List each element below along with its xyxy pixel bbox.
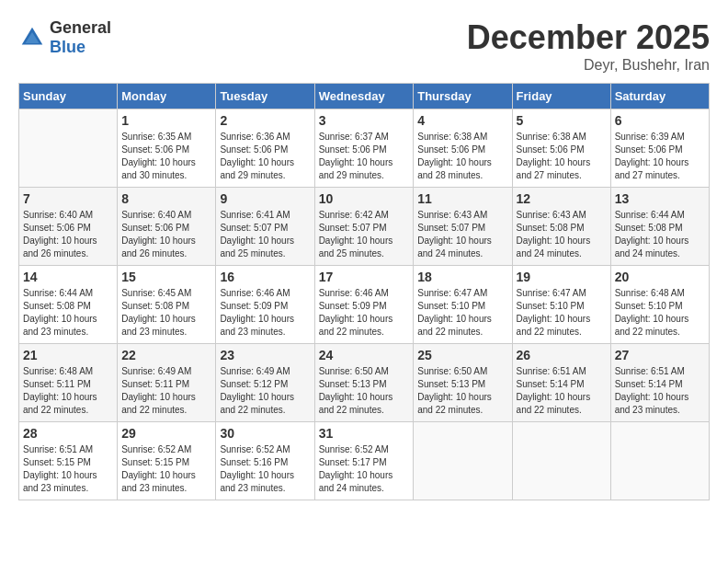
calendar-cell: 9Sunrise: 6:41 AMSunset: 5:07 PMDaylight… (216, 188, 314, 266)
day-info: Sunrise: 6:45 AMSunset: 5:08 PMDaylight:… (121, 287, 211, 339)
day-info: Sunrise: 6:44 AMSunset: 5:08 PMDaylight:… (23, 287, 113, 339)
day-number: 29 (121, 426, 211, 441)
day-info: Sunrise: 6:36 AMSunset: 5:06 PMDaylight:… (220, 131, 310, 182)
day-info: Sunrise: 6:49 AMSunset: 5:12 PMDaylight:… (220, 365, 310, 417)
calendar-cell: 17Sunrise: 6:46 AMSunset: 5:09 PMDayligh… (314, 266, 414, 344)
day-info: Sunrise: 6:48 AMSunset: 5:10 PMDaylight:… (615, 287, 705, 339)
calendar-row-3: 14Sunrise: 6:44 AMSunset: 5:08 PMDayligh… (19, 266, 710, 344)
day-info: Sunrise: 6:46 AMSunset: 5:09 PMDaylight:… (220, 287, 310, 339)
day-info: Sunrise: 6:38 AMSunset: 5:06 PMDaylight:… (417, 131, 507, 182)
day-number: 7 (23, 191, 113, 206)
calendar-row-2: 7Sunrise: 6:40 AMSunset: 5:06 PMDaylight… (19, 188, 710, 266)
calendar-cell (512, 422, 610, 500)
logo-text: General Blue (50, 18, 111, 57)
calendar-cell (19, 109, 118, 188)
calendar-cell (414, 422, 512, 500)
column-header-sunday: Sunday (19, 84, 118, 109)
calendar-cell: 4Sunrise: 6:38 AMSunset: 5:06 PMDaylight… (414, 109, 512, 188)
day-info: Sunrise: 6:51 AMSunset: 5:15 PMDaylight:… (23, 443, 113, 495)
day-number: 24 (319, 348, 410, 362)
column-header-thursday: Thursday (414, 84, 512, 109)
calendar-cell: 5Sunrise: 6:38 AMSunset: 5:06 PMDaylight… (512, 109, 610, 188)
calendar-cell: 16Sunrise: 6:46 AMSunset: 5:09 PMDayligh… (216, 266, 314, 344)
day-info: Sunrise: 6:51 AMSunset: 5:14 PMDaylight:… (517, 365, 607, 417)
calendar-cell: 24Sunrise: 6:50 AMSunset: 5:13 PMDayligh… (314, 344, 414, 422)
calendar-cell: 30Sunrise: 6:52 AMSunset: 5:16 PMDayligh… (216, 422, 314, 500)
calendar-cell: 19Sunrise: 6:47 AMSunset: 5:10 PMDayligh… (512, 266, 610, 344)
day-info: Sunrise: 6:52 AMSunset: 5:16 PMDaylight:… (220, 443, 310, 495)
calendar-cell: 14Sunrise: 6:44 AMSunset: 5:08 PMDayligh… (19, 266, 118, 344)
page-header: General Blue December 2025 Deyr, Bushehr… (18, 18, 710, 74)
calendar-cell: 25Sunrise: 6:50 AMSunset: 5:13 PMDayligh… (414, 344, 512, 422)
day-number: 15 (121, 270, 211, 284)
calendar-cell: 12Sunrise: 6:43 AMSunset: 5:08 PMDayligh… (512, 188, 610, 266)
day-info: Sunrise: 6:38 AMSunset: 5:06 PMDaylight:… (517, 131, 607, 182)
day-info: Sunrise: 6:50 AMSunset: 5:13 PMDaylight:… (319, 365, 410, 417)
day-info: Sunrise: 6:47 AMSunset: 5:10 PMDaylight:… (417, 287, 507, 339)
location: Deyr, Bushehr, Iran (467, 57, 710, 74)
day-number: 12 (517, 191, 607, 206)
day-info: Sunrise: 6:35 AMSunset: 5:06 PMDaylight:… (121, 131, 211, 182)
day-number: 30 (220, 426, 310, 441)
calendar-cell: 22Sunrise: 6:49 AMSunset: 5:11 PMDayligh… (118, 344, 216, 422)
calendar-cell: 20Sunrise: 6:48 AMSunset: 5:10 PMDayligh… (610, 266, 709, 344)
calendar-cell: 21Sunrise: 6:48 AMSunset: 5:11 PMDayligh… (19, 344, 118, 422)
day-info: Sunrise: 6:52 AMSunset: 5:17 PMDaylight:… (319, 443, 410, 495)
day-number: 3 (319, 113, 410, 128)
day-number: 11 (417, 191, 507, 206)
calendar-cell: 29Sunrise: 6:52 AMSunset: 5:15 PMDayligh… (118, 422, 216, 500)
day-number: 4 (417, 113, 507, 128)
day-number: 19 (517, 270, 607, 284)
day-info: Sunrise: 6:51 AMSunset: 5:14 PMDaylight:… (615, 365, 705, 417)
calendar-cell: 2Sunrise: 6:36 AMSunset: 5:06 PMDaylight… (216, 109, 314, 188)
calendar-cell: 26Sunrise: 6:51 AMSunset: 5:14 PMDayligh… (512, 344, 610, 422)
calendar-cell: 6Sunrise: 6:39 AMSunset: 5:06 PMDaylight… (610, 109, 709, 188)
calendar-header-row: SundayMondayTuesdayWednesdayThursdayFrid… (19, 84, 710, 109)
calendar-cell: 18Sunrise: 6:47 AMSunset: 5:10 PMDayligh… (414, 266, 512, 344)
day-number: 31 (319, 426, 410, 441)
day-number: 5 (517, 113, 607, 128)
calendar-cell: 1Sunrise: 6:35 AMSunset: 5:06 PMDaylight… (118, 109, 216, 188)
day-info: Sunrise: 6:43 AMSunset: 5:08 PMDaylight:… (517, 209, 607, 260)
logo: General Blue (18, 18, 111, 57)
day-number: 10 (319, 191, 410, 206)
day-info: Sunrise: 6:50 AMSunset: 5:13 PMDaylight:… (417, 365, 507, 417)
calendar-cell: 28Sunrise: 6:51 AMSunset: 5:15 PMDayligh… (19, 422, 118, 500)
day-info: Sunrise: 6:37 AMSunset: 5:06 PMDaylight:… (319, 131, 410, 182)
day-info: Sunrise: 6:44 AMSunset: 5:08 PMDaylight:… (615, 209, 705, 260)
calendar-row-1: 1Sunrise: 6:35 AMSunset: 5:06 PMDaylight… (19, 109, 710, 188)
day-number: 17 (319, 270, 410, 284)
day-number: 22 (121, 348, 211, 362)
day-number: 21 (23, 348, 113, 362)
day-number: 8 (121, 191, 211, 206)
column-header-saturday: Saturday (610, 84, 709, 109)
logo-icon (18, 24, 46, 52)
day-info: Sunrise: 6:42 AMSunset: 5:07 PMDaylight:… (319, 209, 410, 260)
day-info: Sunrise: 6:49 AMSunset: 5:11 PMDaylight:… (121, 365, 211, 417)
title-area: December 2025 Deyr, Bushehr, Iran (467, 18, 710, 74)
column-header-friday: Friday (512, 84, 610, 109)
day-number: 9 (220, 191, 310, 206)
day-info: Sunrise: 6:48 AMSunset: 5:11 PMDaylight:… (23, 365, 113, 417)
calendar-cell: 10Sunrise: 6:42 AMSunset: 5:07 PMDayligh… (314, 188, 414, 266)
calendar-cell: 8Sunrise: 6:40 AMSunset: 5:06 PMDaylight… (118, 188, 216, 266)
day-number: 16 (220, 270, 310, 284)
day-number: 2 (220, 113, 310, 128)
column-header-wednesday: Wednesday (314, 84, 414, 109)
calendar-cell: 3Sunrise: 6:37 AMSunset: 5:06 PMDaylight… (314, 109, 414, 188)
calendar-cell: 27Sunrise: 6:51 AMSunset: 5:14 PMDayligh… (610, 344, 709, 422)
calendar-row-4: 21Sunrise: 6:48 AMSunset: 5:11 PMDayligh… (19, 344, 710, 422)
calendar-cell: 23Sunrise: 6:49 AMSunset: 5:12 PMDayligh… (216, 344, 314, 422)
calendar-cell (610, 422, 709, 500)
day-number: 26 (517, 348, 607, 362)
calendar-cell: 15Sunrise: 6:45 AMSunset: 5:08 PMDayligh… (118, 266, 216, 344)
day-info: Sunrise: 6:52 AMSunset: 5:15 PMDaylight:… (121, 443, 211, 495)
day-number: 18 (417, 270, 507, 284)
day-info: Sunrise: 6:43 AMSunset: 5:07 PMDaylight:… (417, 209, 507, 260)
day-number: 14 (23, 270, 113, 284)
day-info: Sunrise: 6:47 AMSunset: 5:10 PMDaylight:… (517, 287, 607, 339)
calendar-row-5: 28Sunrise: 6:51 AMSunset: 5:15 PMDayligh… (19, 422, 710, 500)
day-number: 6 (615, 113, 705, 128)
calendar-cell: 31Sunrise: 6:52 AMSunset: 5:17 PMDayligh… (314, 422, 414, 500)
calendar-cell: 7Sunrise: 6:40 AMSunset: 5:06 PMDaylight… (19, 188, 118, 266)
